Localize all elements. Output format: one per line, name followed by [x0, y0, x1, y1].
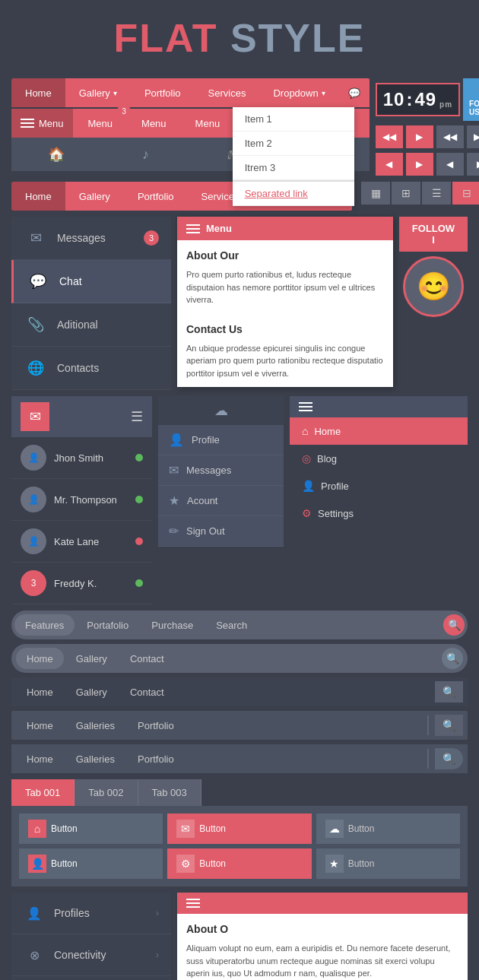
next-btn-1[interactable]: ◀◀ [436, 125, 464, 148]
right-menu-blog[interactable]: ◎ Blog [290, 445, 468, 472]
nav2-portfolio[interactable]: Portfolio [124, 182, 188, 211]
menu-item-2[interactable]: Menu [128, 109, 180, 138]
sn4-search-btn[interactable]: 🔍 [435, 715, 463, 736]
pn-profiles[interactable]: 👤 Profiles › [11, 893, 171, 934]
menu-item-3[interactable]: Menu [182, 109, 234, 138]
sn4-home[interactable]: Home [16, 712, 64, 739]
nav-search-icon[interactable]: 💬 [339, 78, 370, 107]
profile-icon-right: 👤 [302, 480, 315, 492]
dropdown-item-1[interactable]: Item 1 [233, 107, 354, 132]
sidebar-additional[interactable]: 📎 Aditional [11, 303, 171, 347]
sn3-search-btn[interactable]: 🔍 [435, 681, 463, 702]
sn5-galleries[interactable]: Galleries [65, 745, 125, 772]
follow-button[interactable]: FOLLOW I [399, 217, 468, 252]
connectivity-nav-icon: ⊗ [24, 944, 45, 966]
dd-signout[interactable]: ✏ Sign Out [158, 516, 284, 547]
back-btn-2[interactable]: ◀ [436, 153, 464, 176]
dd-account[interactable]: ★ Acount [158, 486, 284, 516]
sn4-portfolio[interactable]: Portfolio [127, 712, 185, 739]
tabs-section: Tab 001 Tab 002 Tab 003 ⌂ Button ✉ Butto… [11, 779, 468, 886]
prev-btn-2[interactable]: ◀ [376, 153, 403, 176]
right-menu-profile[interactable]: 👤 Profile [290, 472, 468, 500]
prev-btn-1[interactable]: ◀◀ [376, 125, 403, 148]
sn3-contact[interactable]: Contact [119, 678, 175, 706]
sidebar-chat[interactable]: 💬 Chat [11, 260, 171, 303]
right-menu-settings[interactable]: ⚙ Settings [290, 500, 468, 527]
dropdown-item-3[interactable]: Itrem 3 [233, 156, 354, 180]
tab-002[interactable]: Tab 002 [75, 779, 138, 806]
pn-connectivity[interactable]: ⊗ Conectivity › [11, 934, 171, 976]
vt-tiles[interactable]: ⊟ [452, 182, 479, 205]
avatar: 😊 [403, 256, 464, 317]
sn2-home[interactable]: Home [16, 648, 64, 669]
dropdown-item-2[interactable]: Item 2 [233, 132, 354, 156]
right-menu-home[interactable]: ⌂ Home [290, 417, 468, 445]
sn1-search-btn[interactable]: 🔍 [443, 614, 465, 636]
vt-list[interactable]: ☰ [422, 182, 451, 205]
about-section: About Our Pro quem purto rationibus et, … [177, 240, 393, 314]
sn1-portafolio[interactable]: Portafolio [76, 614, 139, 636]
nav2-gallery[interactable]: Gallery [65, 182, 124, 211]
nav2-home[interactable]: Home [11, 182, 65, 211]
icon-home[interactable]: 🏠 [11, 138, 101, 171]
nav-home[interactable]: Home [11, 78, 65, 107]
menu-item-1[interactable]: Menu 3 [75, 109, 127, 138]
chat-item-1[interactable]: 👤 Jhon Smith [11, 437, 152, 479]
ff-btn-2[interactable]: ▶ [467, 153, 479, 176]
chat-avatar-2: 👤 [21, 487, 46, 512]
twitter-follow-btn[interactable]: 🐦 FOLLOW US! [463, 78, 479, 121]
chat-item-2[interactable]: 👤 Mr. Thompson [11, 479, 152, 521]
sn1-purchase[interactable]: Purchase [141, 614, 204, 636]
sidebar-messages[interactable]: ✉ Messages 3 [11, 217, 171, 260]
cloud-icon-btn: ☁ [325, 820, 344, 838]
dd-profile[interactable]: 👤 Profile [158, 425, 284, 455]
icon-btn-cloud[interactable]: ☁ Button [316, 813, 460, 844]
icon-btn-home[interactable]: ⌂ Button [19, 813, 163, 844]
status-dot-2 [135, 496, 143, 503]
icon-btn-user[interactable]: 👤 Button [19, 848, 163, 879]
sn3-home[interactable]: Home [16, 678, 64, 706]
chat-item-4[interactable]: 3 Freddy K. [11, 563, 152, 604]
chat-menu-icon[interactable]: ☰ [131, 408, 143, 425]
dd-messages[interactable]: ✉ Messages [158, 455, 284, 486]
hamburger-btn[interactable]: Menu [11, 109, 73, 138]
icon-btn-message[interactable]: ✉ Button [167, 813, 311, 844]
nav-services[interactable]: Services [195, 78, 260, 107]
tabs-container: Tab 001 Tab 002 Tab 003 ⌂ Button ✉ Butto… [11, 779, 468, 886]
sn3-gallery[interactable]: Gallery [65, 678, 118, 706]
search-nav-4: Home Galleries Portfolio 🔍 [11, 711, 468, 740]
sn2-contact[interactable]: Contact [119, 648, 175, 669]
play-btn-1[interactable]: ▶ [406, 125, 433, 148]
play-btn-2[interactable]: ▶ [406, 153, 433, 176]
sn4-galleries[interactable]: Galleries [65, 712, 125, 739]
sn2-search-btn[interactable]: 🔍 [442, 648, 463, 669]
sn5-portfolio[interactable]: Portfolio [127, 745, 185, 772]
sn5-home[interactable]: Home [16, 745, 64, 772]
search-nav-1: Features Portafolio Purchase Search 🔍 [11, 611, 468, 639]
ff-btn-1[interactable]: ▶▶ [467, 125, 479, 148]
sn2-gallery[interactable]: Gallery [65, 648, 118, 669]
vt-barcode[interactable]: ▦ [361, 182, 390, 205]
nav-gallery[interactable]: Gallery ▾ [65, 78, 131, 107]
pn-alarm[interactable]: ◎ Alarm › [11, 976, 171, 980]
dd-profile-icon: 👤 [169, 433, 184, 447]
home-icon-right: ⌂ [302, 425, 308, 437]
dd-messages-icon: ✉ [169, 463, 179, 477]
dropdown-sep-link[interactable]: Separated link [233, 180, 354, 206]
sidebar-contacts[interactable]: 🌐 Contacts [11, 347, 171, 390]
tab-001[interactable]: Tab 001 [11, 779, 75, 806]
chat-item-3[interactable]: 👤 Kate Lane [11, 521, 152, 563]
sn1-search[interactable]: Search [205, 614, 258, 636]
nav-portfolio[interactable]: Portfolio [131, 78, 195, 107]
icon-btn-gear[interactable]: ⚙ Button [167, 848, 311, 879]
icon-music[interactable]: ♪ [101, 138, 191, 171]
sn5-search-btn[interactable]: 🔍 [435, 748, 463, 769]
icon-btn-row-2: 👤 Button ⚙ Button ★ Button [19, 848, 460, 879]
icon-btn-star[interactable]: ★ Button [316, 848, 460, 879]
sn1-features[interactable]: Features [14, 614, 75, 636]
search-navbars: Features Portafolio Purchase Search 🔍 Ho… [11, 611, 468, 773]
profiles-arrow: › [156, 908, 159, 918]
nav-dropdown[interactable]: Dropdown ▾ [259, 78, 338, 107]
vt-grid[interactable]: ⊞ [392, 182, 420, 205]
tab-003[interactable]: Tab 003 [138, 779, 201, 806]
